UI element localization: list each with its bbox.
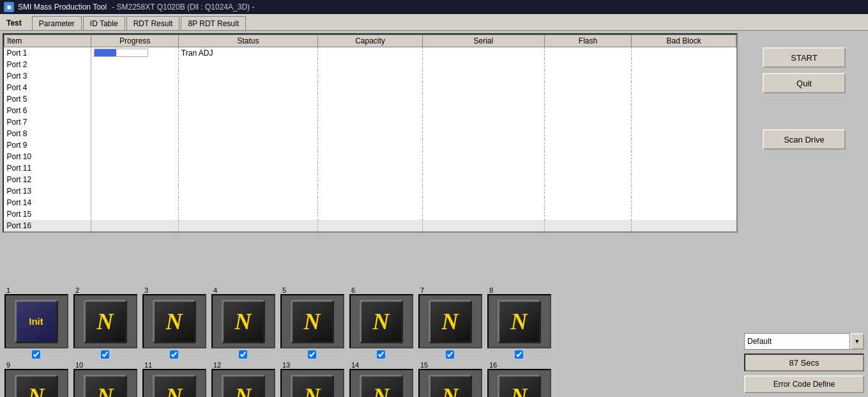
port-12-group: 12N xyxy=(209,361,277,397)
port-4-checkbox[interactable] xyxy=(239,350,247,359)
cell-item: Port 8 xyxy=(4,128,91,139)
cell-capacity xyxy=(318,197,423,208)
default-select-display[interactable]: Default xyxy=(744,333,850,350)
cell-status xyxy=(178,93,317,105)
port-10-group: 10N xyxy=(72,361,139,397)
cell-item: Port 15 xyxy=(4,208,91,220)
cell-flash xyxy=(544,139,631,151)
port-14-button[interactable]: N xyxy=(360,375,403,398)
table-row: Port 8 xyxy=(4,128,736,139)
port-1-checkbox[interactable] xyxy=(32,350,40,359)
port-3-checkbox[interactable] xyxy=(170,350,178,359)
cell-item: Port 16 xyxy=(4,220,91,231)
cell-badBlock xyxy=(632,105,736,116)
port-9-button[interactable]: N xyxy=(15,375,58,398)
cell-progress xyxy=(91,128,178,139)
cell-serial xyxy=(422,70,544,82)
cell-item: Port 3 xyxy=(4,70,91,82)
cell-item: Port 10 xyxy=(4,151,91,162)
port-3-frame: N xyxy=(142,294,206,348)
cell-progress xyxy=(91,220,178,231)
port-10-frame: N xyxy=(73,369,137,397)
port-6-group: 6N xyxy=(347,286,415,359)
port-13-group: 13N xyxy=(278,361,346,397)
port-6-checkbox[interactable] xyxy=(377,350,385,359)
tab-id-table[interactable]: ID Table xyxy=(83,16,125,30)
app-title: SMI Mass Production Tool xyxy=(18,3,107,12)
tab-8p-rdt-result[interactable]: 8P RDT Result xyxy=(181,16,246,30)
cell-item: Port 6 xyxy=(4,105,91,116)
default-dropdown-row: Default ▼ xyxy=(744,333,864,350)
tab-parameter[interactable]: Parameter xyxy=(32,16,82,30)
cell-serial xyxy=(422,128,544,139)
port-3-button[interactable]: N xyxy=(153,300,196,343)
cell-item: Port 11 xyxy=(4,162,91,174)
table-row: Port 1Tran ADJ xyxy=(4,47,736,59)
cell-flash xyxy=(544,174,631,185)
table-row: Port 11 xyxy=(4,162,736,174)
port-2-group: 2N xyxy=(72,286,139,359)
port-15-button[interactable]: N xyxy=(429,375,472,398)
cell-item: Port 14 xyxy=(4,197,91,208)
cell-badBlock xyxy=(632,59,736,70)
port-7-button[interactable]: N xyxy=(429,300,472,343)
cell-serial xyxy=(422,82,544,93)
cell-badBlock xyxy=(632,185,736,197)
cell-item: Port 7 xyxy=(4,116,91,128)
port-5-checkbox[interactable] xyxy=(308,350,316,359)
port-2-button[interactable]: N xyxy=(84,300,127,343)
tab-test[interactable]: Test xyxy=(1,16,27,30)
cell-flash xyxy=(544,151,631,162)
port-7-checkbox[interactable] xyxy=(446,350,454,359)
table-section: Item Progress Status Capacity Serial Fla… xyxy=(0,31,740,285)
dropdown-arrow-icon[interactable]: ▼ xyxy=(850,333,864,350)
cell-badBlock xyxy=(632,116,736,128)
cell-status xyxy=(178,70,317,82)
port-11-label: 11 xyxy=(144,361,152,369)
port-11-frame: N xyxy=(142,369,206,397)
cell-capacity xyxy=(318,93,423,105)
cell-status xyxy=(178,197,317,208)
cell-progress xyxy=(91,139,178,151)
tab-rdt-result[interactable]: RDT Result xyxy=(126,16,180,30)
port-2-label: 2 xyxy=(75,286,79,294)
port-2-checkbox[interactable] xyxy=(101,350,109,359)
port-1-button[interactable]: Init xyxy=(15,300,58,343)
error-code-define-button[interactable]: Error Code Define xyxy=(744,375,864,393)
col-bad-block: Bad Block xyxy=(632,35,736,47)
start-button[interactable]: START xyxy=(763,47,846,68)
table-row: Port 13 xyxy=(4,185,736,197)
port-7-group: 7N xyxy=(416,286,483,359)
port-5-button[interactable]: N xyxy=(291,300,334,343)
table-row: Port 3 xyxy=(4,70,736,82)
port-4-button[interactable]: N xyxy=(222,300,265,343)
cell-badBlock xyxy=(632,151,736,162)
cell-capacity xyxy=(318,220,423,231)
port-8-checkbox[interactable] xyxy=(515,350,523,359)
title-bar: ▣ SMI Mass Production Tool - SM2258XT Q1… xyxy=(0,0,868,14)
port-4-group: 4N xyxy=(209,286,277,359)
port-11-button[interactable]: N xyxy=(153,375,196,398)
port-8-group: 8N xyxy=(485,286,552,359)
port-6-button[interactable]: N xyxy=(360,300,403,343)
port-6-label: 6 xyxy=(351,286,355,294)
port-8-button[interactable]: N xyxy=(498,300,541,343)
port-16-button[interactable]: N xyxy=(498,375,541,398)
cell-item: Port 4 xyxy=(4,82,91,93)
table-row: Port 14 xyxy=(4,197,736,208)
cell-status xyxy=(178,128,317,139)
cell-flash xyxy=(544,162,631,174)
port-5-group: 5N xyxy=(278,286,346,359)
cell-serial xyxy=(422,208,544,220)
data-table: Item Progress Status Capacity Serial Fla… xyxy=(3,33,738,233)
port-2-frame: N xyxy=(73,294,137,348)
port-12-button[interactable]: N xyxy=(222,375,265,398)
port-10-button[interactable]: N xyxy=(84,375,127,398)
port-5-label: 5 xyxy=(282,286,286,294)
cell-status xyxy=(178,174,317,185)
port-13-button[interactable]: N xyxy=(291,375,334,398)
scan-drive-button[interactable]: Scan Drive xyxy=(763,129,846,150)
quit-button[interactable]: Quit xyxy=(763,73,846,93)
table-row: Port 7 xyxy=(4,116,736,128)
cell-badBlock xyxy=(632,220,736,231)
